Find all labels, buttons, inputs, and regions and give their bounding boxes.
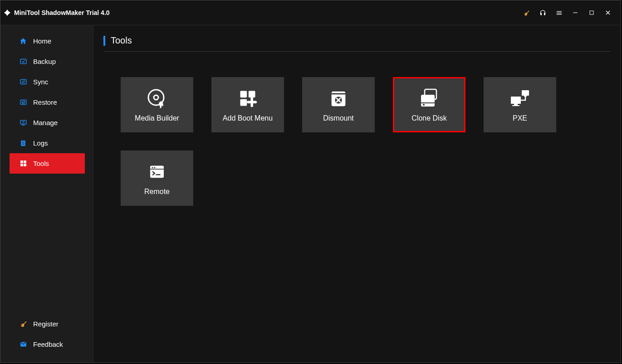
tool-label: Add Boot Menu: [223, 114, 273, 122]
svg-rect-1: [590, 11, 593, 15]
svg-point-36: [152, 167, 153, 168]
svg-point-37: [154, 167, 156, 168]
svg-rect-22: [331, 93, 347, 95]
svg-rect-31: [514, 104, 518, 105]
app-logo-icon: [3, 9, 11, 17]
svg-rect-3: [20, 80, 26, 84]
sidebar-item-feedback[interactable]: Feedback: [0, 334, 93, 354]
titlebar-headset-button[interactable]: [534, 0, 551, 25]
tools-grid: Media Builder Add Boot Menu Dismount: [103, 77, 611, 206]
sidebar-item-backup[interactable]: Backup: [0, 51, 93, 72]
tools-icon: [19, 159, 28, 168]
sidebar-item-logs[interactable]: Logs: [0, 133, 93, 153]
tool-tile-clone-disk[interactable]: Clone Disk: [393, 77, 465, 132]
svg-rect-15: [24, 164, 26, 166]
svg-rect-12: [20, 160, 23, 163]
page-header: Tools: [103, 35, 611, 52]
terminal-window-icon: [148, 160, 166, 183]
tool-tile-dismount[interactable]: Dismount: [302, 77, 375, 132]
svg-rect-13: [24, 160, 26, 163]
page-title: Tools: [111, 35, 132, 46]
sidebar-item-label: Backup: [33, 58, 56, 65]
svg-rect-38: [156, 174, 161, 175]
clone-disk-icon: [418, 87, 440, 110]
tool-label: Dismount: [323, 114, 354, 122]
sidebar-item-sync[interactable]: Sync: [0, 72, 93, 92]
header-accent-bar: [103, 36, 105, 46]
svg-rect-21: [240, 99, 247, 106]
sidebar-item-label: Tools: [33, 160, 49, 167]
svg-rect-35: [150, 169, 164, 170]
logs-icon: [19, 139, 28, 148]
sidebar-item-label: Logs: [33, 139, 48, 147]
sidebar-item-label: Feedback: [33, 340, 63, 348]
svg-rect-30: [511, 97, 521, 104]
minimize-button[interactable]: [567, 0, 583, 25]
main-panel: Tools Media Builder Add Boot Menu: [93, 25, 621, 363]
sidebar-item-label: Sync: [33, 78, 48, 86]
disc-fire-icon: [146, 87, 168, 110]
maximize-button[interactable]: [583, 0, 600, 25]
tool-tile-add-boot-menu[interactable]: Add Boot Menu: [211, 77, 284, 132]
titlebar-key-button[interactable]: [518, 0, 534, 25]
svg-point-18: [154, 95, 158, 100]
pxe-network-icon: [509, 87, 531, 110]
manage-icon: [19, 118, 28, 127]
close-button[interactable]: [600, 0, 616, 25]
svg-rect-28: [522, 90, 529, 96]
svg-point-27: [423, 104, 425, 106]
sidebar-item-label: Manage: [33, 119, 58, 126]
svg-rect-20: [249, 91, 255, 98]
key-icon: [19, 320, 28, 329]
tool-tile-pxe[interactable]: PXE: [484, 77, 556, 132]
svg-rect-6: [22, 125, 24, 125]
sidebar-item-register[interactable]: Register: [0, 314, 93, 334]
svg-rect-0: [573, 12, 577, 13]
sidebar-item-manage[interactable]: Manage: [0, 112, 93, 133]
sidebar: Home Backup Sync: [0, 25, 93, 363]
restore-icon: [19, 98, 28, 107]
tool-tile-remote[interactable]: Remote: [121, 150, 193, 206]
tool-label: Clone Disk: [411, 114, 446, 122]
svg-rect-9: [22, 141, 24, 142]
svg-rect-10: [22, 143, 24, 143]
svg-rect-26: [421, 102, 435, 103]
mail-icon: [19, 340, 28, 349]
tool-label: Remote: [144, 188, 170, 196]
svg-rect-19: [240, 91, 247, 98]
app-title: MiniTool ShadowMaker Trial 4.0: [14, 9, 110, 16]
svg-rect-32: [512, 105, 519, 106]
home-icon: [19, 37, 28, 46]
svg-point-7: [22, 121, 24, 123]
sidebar-item-restore[interactable]: Restore: [0, 92, 93, 112]
titlebar: MiniTool ShadowMaker Trial 4.0: [0, 0, 621, 25]
sync-icon: [19, 78, 28, 87]
tool-label: Media Builder: [135, 114, 179, 122]
titlebar-menu-button[interactable]: [551, 0, 567, 25]
svg-rect-11: [22, 144, 24, 145]
tool-label: PXE: [513, 114, 527, 122]
sidebar-item-tools[interactable]: Tools: [10, 153, 85, 174]
app-window: MiniTool ShadowMaker Trial 4.0: [0, 0, 621, 363]
sidebar-item-label: Home: [33, 37, 51, 45]
sidebar-item-label: Register: [33, 320, 59, 328]
tool-tile-media-builder[interactable]: Media Builder: [121, 77, 193, 132]
sidebar-item-label: Restore: [33, 98, 57, 106]
svg-rect-29: [524, 96, 527, 97]
svg-rect-5: [20, 121, 26, 125]
grid-plus-icon: [238, 87, 258, 110]
sidebar-item-home[interactable]: Home: [0, 31, 93, 51]
svg-rect-14: [20, 164, 23, 166]
backup-icon: [19, 57, 28, 66]
box-x-icon: [328, 87, 349, 110]
svg-rect-2: [20, 59, 26, 64]
